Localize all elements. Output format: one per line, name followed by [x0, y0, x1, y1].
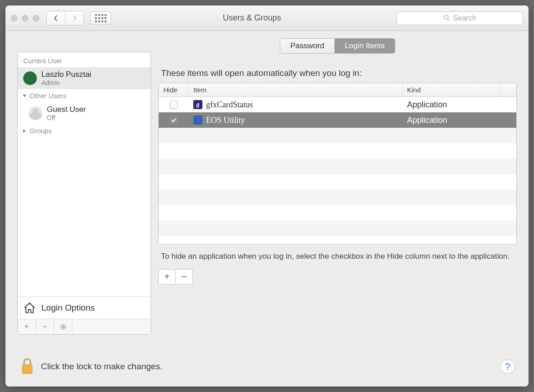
- svg-line-7: [61, 325, 62, 326]
- search-input[interactable]: Search: [397, 11, 523, 25]
- tab-password[interactable]: Password: [280, 39, 334, 53]
- window-controls: [11, 15, 39, 21]
- search-placeholder: Search: [453, 14, 476, 22]
- col-kind[interactable]: Kind: [403, 83, 500, 96]
- titlebar: Users & Groups Search: [5, 5, 529, 31]
- sidebar-item-guest-user[interactable]: Guest User Off: [18, 102, 151, 124]
- hide-checkbox[interactable]: [170, 116, 178, 124]
- grid-icon: [95, 14, 106, 22]
- chevron-right-icon: [72, 15, 77, 21]
- hide-hint: To hide an application when you log in, …: [161, 251, 514, 262]
- sidebar-item-current-user[interactable]: Laszlo Pusztai Admin: [18, 67, 151, 89]
- content-area: Current User Laszlo Pusztai Admin Other …: [5, 31, 529, 387]
- lock-text: Click the lock to make changes.: [41, 362, 162, 372]
- user-role: Admin: [41, 79, 91, 86]
- user-actions-button[interactable]: [54, 319, 72, 334]
- item-name: EOS Utility: [206, 116, 245, 125]
- forward-button[interactable]: [65, 11, 83, 25]
- remove-user-button[interactable]: −: [36, 319, 54, 334]
- login-options-label: Login Options: [41, 303, 95, 313]
- app-icon: [193, 116, 202, 125]
- add-user-button[interactable]: +: [18, 319, 36, 334]
- guest-status: Off: [47, 114, 86, 121]
- svg-line-9: [61, 328, 62, 329]
- remove-item-button[interactable]: −: [176, 269, 193, 285]
- login-items-description: These items will open automatically when…: [161, 68, 517, 78]
- minimize-window-button[interactable]: [22, 15, 28, 21]
- col-item[interactable]: Item: [189, 83, 403, 96]
- gear-icon: [60, 323, 67, 331]
- back-button[interactable]: [47, 11, 65, 25]
- table-row[interactable]: ggfxCardStatus Application: [159, 97, 516, 112]
- groups-label: Groups: [30, 127, 52, 135]
- lock-footer: Click the lock to make changes.: [20, 357, 162, 376]
- avatar: [23, 71, 37, 85]
- item-toolbar: + −: [158, 269, 517, 285]
- item-kind: Application: [403, 100, 516, 110]
- tab-login-items[interactable]: Login Items: [334, 39, 395, 53]
- other-users-disclosure[interactable]: Other Users: [18, 89, 151, 102]
- triangle-down-icon: [22, 94, 27, 98]
- col-hide[interactable]: Hide: [159, 83, 189, 96]
- help-button[interactable]: ?: [500, 359, 515, 374]
- search-icon: [443, 15, 450, 21]
- close-window-button[interactable]: [11, 15, 17, 21]
- login-items-table: Hide Item Kind ggfxCardStatus Applicatio…: [158, 83, 517, 245]
- other-users-label: Other Users: [30, 92, 66, 100]
- table-header: Hide Item Kind: [159, 83, 516, 97]
- show-all-button[interactable]: [90, 11, 111, 25]
- current-user-label: Current User: [18, 52, 151, 67]
- lock-icon[interactable]: [20, 357, 35, 376]
- app-icon: g: [193, 100, 202, 109]
- svg-point-0: [444, 15, 448, 19]
- login-options-button[interactable]: Login Options: [18, 297, 151, 319]
- item-kind: Application: [403, 116, 516, 125]
- users-sidebar: Current User Laszlo Pusztai Admin Other …: [17, 52, 151, 335]
- col-resize[interactable]: [500, 83, 516, 96]
- item-name: gfxCardStatus: [206, 100, 253, 110]
- groups-disclosure[interactable]: Groups: [18, 124, 151, 137]
- login-items-pane: Password Login Items These items will op…: [158, 52, 517, 383]
- user-name: Laszlo Pusztai: [41, 70, 91, 79]
- triangle-right-icon: [22, 129, 27, 133]
- window-title: Users & Groups: [115, 13, 389, 23]
- tabs: Password Login Items: [280, 38, 395, 54]
- house-icon: [23, 302, 36, 314]
- svg-line-1: [448, 19, 450, 20]
- nav-buttons: [46, 11, 84, 25]
- table-body: ggfxCardStatus Application EOS Utility A…: [159, 97, 516, 245]
- sidebar-toolbar: + −: [18, 319, 151, 334]
- hide-checkbox[interactable]: [170, 101, 178, 109]
- svg-line-8: [65, 328, 65, 329]
- avatar: [29, 106, 42, 120]
- chevron-left-icon: [53, 15, 59, 21]
- svg-point-2: [62, 326, 64, 327]
- preferences-window: Users & Groups Search Current User Laszl…: [5, 5, 529, 387]
- guest-name: Guest User: [47, 105, 86, 114]
- zoom-window-button[interactable]: [33, 15, 39, 21]
- svg-line-10: [65, 325, 65, 326]
- add-item-button[interactable]: +: [158, 269, 176, 285]
- table-row[interactable]: EOS Utility Application: [159, 112, 516, 128]
